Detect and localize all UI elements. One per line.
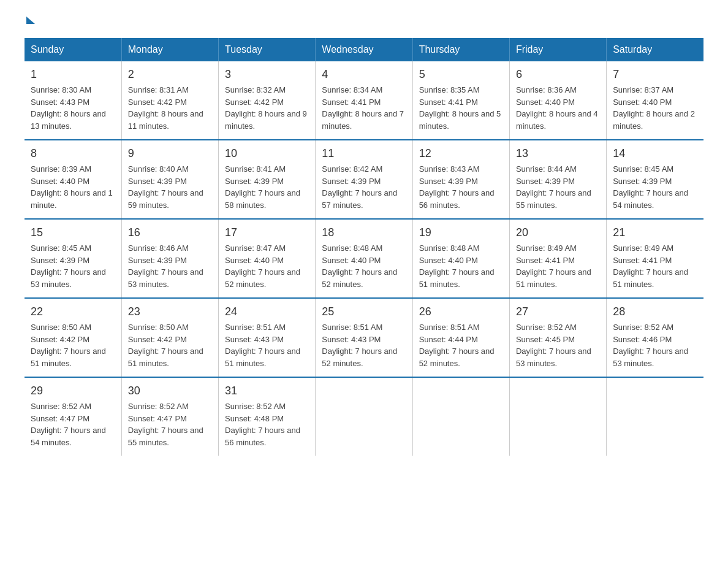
calendar-cell: 6Sunrise: 8:36 AMSunset: 4:40 PMDaylight… bbox=[509, 61, 606, 140]
sunrise-text: Sunrise: 8:34 AM bbox=[322, 85, 382, 94]
calendar-cell: 10Sunrise: 8:41 AMSunset: 4:39 PMDayligh… bbox=[219, 140, 316, 219]
sunrise-text: Sunrise: 8:45 AM bbox=[31, 243, 91, 253]
calendar-week-row: 1Sunrise: 8:30 AMSunset: 4:43 PMDaylight… bbox=[25, 61, 703, 140]
day-number: 21 bbox=[613, 224, 697, 241]
sunrise-text: Sunrise: 8:41 AM bbox=[225, 164, 286, 174]
sunset-text: Sunset: 4:39 PM bbox=[128, 177, 187, 186]
daylight-text: Daylight: 7 hours and 56 minutes. bbox=[225, 426, 300, 447]
sunrise-text: Sunrise: 8:46 AM bbox=[128, 243, 189, 253]
day-number: 26 bbox=[419, 304, 503, 320]
sunrise-text: Sunrise: 8:52 AM bbox=[128, 402, 189, 411]
calendar-cell: 16Sunrise: 8:46 AMSunset: 4:39 PMDayligh… bbox=[121, 219, 218, 298]
calendar-cell: 31Sunrise: 8:52 AMSunset: 4:48 PMDayligh… bbox=[219, 377, 316, 456]
logo-chevron-icon bbox=[26, 17, 35, 24]
daylight-text: Daylight: 7 hours and 52 minutes. bbox=[419, 347, 495, 368]
day-number: 20 bbox=[516, 224, 600, 241]
calendar-cell: 27Sunrise: 8:52 AMSunset: 4:45 PMDayligh… bbox=[509, 298, 606, 377]
daylight-text: Daylight: 8 hours and 5 minutes. bbox=[419, 109, 501, 131]
day-number: 6 bbox=[516, 66, 600, 83]
sunset-text: Sunset: 4:47 PM bbox=[128, 414, 187, 423]
calendar-cell: 20Sunrise: 8:49 AMSunset: 4:41 PMDayligh… bbox=[509, 219, 606, 298]
day-number: 9 bbox=[128, 145, 212, 162]
logo bbox=[25, 18, 35, 26]
sunrise-text: Sunrise: 8:47 AM bbox=[225, 243, 286, 253]
calendar-cell: 9Sunrise: 8:40 AMSunset: 4:39 PMDaylight… bbox=[121, 140, 218, 219]
daylight-text: Daylight: 7 hours and 53 minutes. bbox=[516, 347, 591, 368]
sunrise-text: Sunrise: 8:52 AM bbox=[613, 323, 673, 332]
calendar-cell bbox=[412, 377, 509, 456]
day-number: 18 bbox=[322, 224, 406, 241]
calendar-week-row: 22Sunrise: 8:50 AMSunset: 4:42 PMDayligh… bbox=[25, 298, 703, 377]
sunrise-text: Sunrise: 8:35 AM bbox=[419, 85, 480, 94]
calendar-cell: 8Sunrise: 8:39 AMSunset: 4:40 PMDaylight… bbox=[25, 140, 121, 219]
sunrise-text: Sunrise: 8:49 AM bbox=[516, 243, 577, 253]
daylight-text: Daylight: 7 hours and 52 minutes. bbox=[322, 347, 397, 368]
daylight-text: Daylight: 7 hours and 54 minutes. bbox=[613, 188, 688, 210]
day-number: 17 bbox=[225, 224, 309, 241]
day-number: 29 bbox=[31, 383, 115, 399]
calendar-cell: 5Sunrise: 8:35 AMSunset: 4:41 PMDaylight… bbox=[412, 61, 509, 140]
sunrise-text: Sunrise: 8:48 AM bbox=[419, 243, 480, 253]
calendar-cell: 7Sunrise: 8:37 AMSunset: 4:40 PMDaylight… bbox=[607, 61, 703, 140]
daylight-text: Daylight: 7 hours and 51 minutes. bbox=[613, 267, 688, 289]
sunset-text: Sunset: 4:39 PM bbox=[128, 256, 187, 265]
sunrise-text: Sunrise: 8:30 AM bbox=[31, 85, 91, 94]
sunset-text: Sunset: 4:40 PM bbox=[516, 98, 575, 107]
sunset-text: Sunset: 4:41 PM bbox=[322, 98, 381, 107]
daylight-text: Daylight: 7 hours and 55 minutes. bbox=[128, 426, 203, 447]
sunrise-text: Sunrise: 8:50 AM bbox=[128, 323, 189, 332]
day-number: 13 bbox=[516, 145, 600, 162]
sunset-text: Sunset: 4:43 PM bbox=[322, 335, 381, 344]
sunset-text: Sunset: 4:39 PM bbox=[322, 177, 381, 186]
day-number: 22 bbox=[31, 304, 115, 320]
daylight-text: Daylight: 7 hours and 51 minutes. bbox=[225, 347, 300, 368]
daylight-text: Daylight: 8 hours and 11 minutes. bbox=[128, 109, 203, 131]
daylight-text: Daylight: 7 hours and 55 minutes. bbox=[516, 188, 591, 210]
daylight-text: Daylight: 7 hours and 52 minutes. bbox=[225, 267, 300, 289]
sunrise-text: Sunrise: 8:50 AM bbox=[31, 323, 91, 332]
sunset-text: Sunset: 4:39 PM bbox=[419, 177, 478, 186]
calendar-cell: 12Sunrise: 8:43 AMSunset: 4:39 PMDayligh… bbox=[412, 140, 509, 219]
column-header-monday: Monday bbox=[121, 38, 218, 61]
day-number: 5 bbox=[419, 66, 503, 83]
calendar-cell: 29Sunrise: 8:52 AMSunset: 4:47 PMDayligh… bbox=[25, 377, 121, 456]
day-number: 27 bbox=[516, 304, 600, 320]
daylight-text: Daylight: 7 hours and 52 minutes. bbox=[322, 267, 397, 289]
column-header-saturday: Saturday bbox=[607, 38, 703, 61]
calendar-cell bbox=[509, 377, 606, 456]
sunset-text: Sunset: 4:42 PM bbox=[31, 335, 89, 344]
sunrise-text: Sunrise: 8:51 AM bbox=[419, 323, 480, 332]
sunset-text: Sunset: 4:41 PM bbox=[419, 98, 478, 107]
sunset-text: Sunset: 4:40 PM bbox=[419, 256, 478, 265]
day-number: 12 bbox=[419, 145, 503, 162]
calendar-cell: 23Sunrise: 8:50 AMSunset: 4:42 PMDayligh… bbox=[121, 298, 218, 377]
daylight-text: Daylight: 7 hours and 53 minutes. bbox=[31, 267, 106, 289]
daylight-text: Daylight: 7 hours and 53 minutes. bbox=[613, 347, 688, 368]
daylight-text: Daylight: 7 hours and 56 minutes. bbox=[419, 188, 495, 210]
sunrise-text: Sunrise: 8:51 AM bbox=[322, 323, 382, 332]
sunrise-text: Sunrise: 8:42 AM bbox=[322, 164, 382, 174]
daylight-text: Daylight: 7 hours and 51 minutes. bbox=[31, 347, 106, 368]
day-number: 28 bbox=[613, 304, 697, 320]
calendar-week-row: 29Sunrise: 8:52 AMSunset: 4:47 PMDayligh… bbox=[25, 377, 703, 456]
sunset-text: Sunset: 4:39 PM bbox=[516, 177, 575, 186]
daylight-text: Daylight: 7 hours and 51 minutes. bbox=[516, 267, 591, 289]
calendar-cell: 2Sunrise: 8:31 AMSunset: 4:42 PMDaylight… bbox=[121, 61, 218, 140]
sunset-text: Sunset: 4:47 PM bbox=[31, 414, 89, 423]
sunset-text: Sunset: 4:39 PM bbox=[613, 177, 672, 186]
sunrise-text: Sunrise: 8:45 AM bbox=[613, 164, 673, 174]
column-header-friday: Friday bbox=[509, 38, 606, 61]
column-header-thursday: Thursday bbox=[412, 38, 509, 61]
day-number: 30 bbox=[128, 383, 212, 399]
sunset-text: Sunset: 4:43 PM bbox=[31, 98, 89, 107]
day-number: 23 bbox=[128, 304, 212, 320]
sunset-text: Sunset: 4:39 PM bbox=[31, 256, 89, 265]
day-number: 8 bbox=[31, 145, 115, 162]
sunrise-text: Sunrise: 8:52 AM bbox=[31, 402, 91, 411]
calendar-table: SundayMondayTuesdayWednesdayThursdayFrid… bbox=[25, 38, 703, 456]
sunrise-text: Sunrise: 8:44 AM bbox=[516, 164, 577, 174]
sunrise-text: Sunrise: 8:48 AM bbox=[322, 243, 382, 253]
daylight-text: Daylight: 8 hours and 2 minutes. bbox=[613, 109, 695, 131]
calendar-cell bbox=[316, 377, 412, 456]
calendar-week-row: 15Sunrise: 8:45 AMSunset: 4:39 PMDayligh… bbox=[25, 219, 703, 298]
